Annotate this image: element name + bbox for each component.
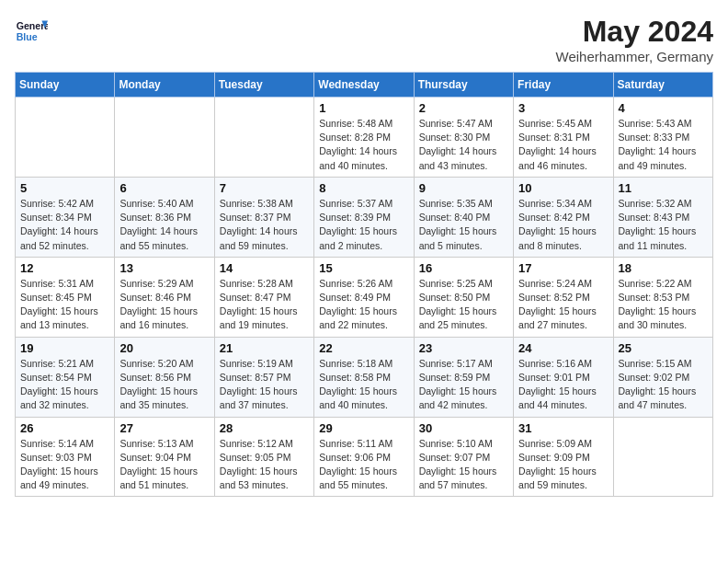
day-number: 14 bbox=[220, 261, 309, 275]
day-number: 4 bbox=[619, 101, 708, 115]
day-info: Sunrise: 5:24 AMSunset: 8:52 PMDaylight:… bbox=[518, 277, 608, 333]
day-number: 17 bbox=[518, 261, 608, 275]
calendar-cell: 10Sunrise: 5:34 AMSunset: 8:42 PMDayligh… bbox=[514, 177, 613, 257]
day-number: 27 bbox=[119, 421, 209, 435]
calendar-cell bbox=[16, 98, 115, 178]
day-number: 7 bbox=[220, 181, 309, 195]
day-info: Sunrise: 5:34 AMSunset: 8:42 PMDaylight:… bbox=[518, 197, 608, 253]
day-number: 5 bbox=[20, 181, 109, 195]
header-saturday: Saturday bbox=[613, 73, 712, 98]
day-info: Sunrise: 5:37 AMSunset: 8:39 PMDaylight:… bbox=[319, 197, 408, 253]
page-header: General Blue May 2024 Weiherhammer, Germ… bbox=[15, 15, 713, 64]
day-number: 3 bbox=[518, 101, 608, 115]
day-info: Sunrise: 5:48 AMSunset: 8:28 PMDaylight:… bbox=[319, 117, 408, 173]
month-title: May 2024 bbox=[556, 15, 713, 49]
day-number: 28 bbox=[220, 421, 309, 435]
day-number: 11 bbox=[619, 181, 708, 195]
day-number: 22 bbox=[319, 341, 408, 355]
day-info: Sunrise: 5:21 AMSunset: 8:54 PMDaylight:… bbox=[20, 357, 109, 413]
day-info: Sunrise: 5:11 AMSunset: 9:06 PMDaylight:… bbox=[319, 437, 408, 493]
day-info: Sunrise: 5:14 AMSunset: 9:03 PMDaylight:… bbox=[20, 437, 109, 493]
calendar-cell: 27Sunrise: 5:13 AMSunset: 9:04 PMDayligh… bbox=[115, 417, 214, 497]
calendar-week-2: 5Sunrise: 5:42 AMSunset: 8:34 PMDaylight… bbox=[16, 177, 713, 257]
header-tuesday: Tuesday bbox=[214, 73, 313, 98]
day-number: 30 bbox=[419, 421, 508, 435]
day-number: 31 bbox=[518, 421, 608, 435]
day-number: 25 bbox=[619, 341, 708, 355]
day-number: 20 bbox=[119, 341, 209, 355]
header-friday: Friday bbox=[514, 73, 613, 98]
logo: General Blue bbox=[15, 15, 48, 48]
calendar-cell: 22Sunrise: 5:18 AMSunset: 8:58 PMDayligh… bbox=[314, 337, 414, 417]
calendar-cell: 16Sunrise: 5:25 AMSunset: 8:50 PMDayligh… bbox=[414, 257, 513, 337]
calendar-cell: 17Sunrise: 5:24 AMSunset: 8:52 PMDayligh… bbox=[514, 257, 613, 337]
day-info: Sunrise: 5:10 AMSunset: 9:07 PMDaylight:… bbox=[419, 437, 508, 493]
calendar-cell: 29Sunrise: 5:11 AMSunset: 9:06 PMDayligh… bbox=[314, 417, 414, 497]
calendar-cell: 11Sunrise: 5:32 AMSunset: 8:43 PMDayligh… bbox=[613, 177, 712, 257]
calendar-week-5: 26Sunrise: 5:14 AMSunset: 9:03 PMDayligh… bbox=[16, 417, 713, 497]
day-info: Sunrise: 5:38 AMSunset: 8:37 PMDaylight:… bbox=[220, 197, 309, 253]
header-sunday: Sunday bbox=[16, 73, 115, 98]
title-block: May 2024 Weiherhammer, Germany bbox=[556, 15, 713, 64]
header-wednesday: Wednesday bbox=[314, 73, 414, 98]
day-number: 12 bbox=[20, 261, 109, 275]
calendar-table: SundayMondayTuesdayWednesdayThursdayFrid… bbox=[15, 72, 713, 497]
day-info: Sunrise: 5:20 AMSunset: 8:56 PMDaylight:… bbox=[119, 357, 209, 413]
calendar-cell: 18Sunrise: 5:22 AMSunset: 8:53 PMDayligh… bbox=[613, 257, 712, 337]
calendar-cell bbox=[214, 98, 313, 178]
calendar-cell: 5Sunrise: 5:42 AMSunset: 8:34 PMDaylight… bbox=[16, 177, 115, 257]
calendar-cell: 8Sunrise: 5:37 AMSunset: 8:39 PMDaylight… bbox=[314, 177, 414, 257]
calendar-cell: 25Sunrise: 5:15 AMSunset: 9:02 PMDayligh… bbox=[613, 337, 712, 417]
calendar-cell: 4Sunrise: 5:43 AMSunset: 8:33 PMDaylight… bbox=[613, 98, 712, 178]
calendar-cell: 23Sunrise: 5:17 AMSunset: 8:59 PMDayligh… bbox=[414, 337, 513, 417]
calendar-cell: 13Sunrise: 5:29 AMSunset: 8:46 PMDayligh… bbox=[115, 257, 214, 337]
day-info: Sunrise: 5:15 AMSunset: 9:02 PMDaylight:… bbox=[619, 357, 708, 413]
day-info: Sunrise: 5:35 AMSunset: 8:40 PMDaylight:… bbox=[419, 197, 508, 253]
day-number: 9 bbox=[419, 181, 508, 195]
day-info: Sunrise: 5:22 AMSunset: 8:53 PMDaylight:… bbox=[619, 277, 708, 333]
calendar-cell: 31Sunrise: 5:09 AMSunset: 9:09 PMDayligh… bbox=[514, 417, 613, 497]
calendar-cell: 12Sunrise: 5:31 AMSunset: 8:45 PMDayligh… bbox=[16, 257, 115, 337]
calendar-cell: 15Sunrise: 5:26 AMSunset: 8:49 PMDayligh… bbox=[314, 257, 414, 337]
day-info: Sunrise: 5:26 AMSunset: 8:49 PMDaylight:… bbox=[319, 277, 408, 333]
calendar-cell: 26Sunrise: 5:14 AMSunset: 9:03 PMDayligh… bbox=[16, 417, 115, 497]
calendar-cell: 21Sunrise: 5:19 AMSunset: 8:57 PMDayligh… bbox=[214, 337, 313, 417]
calendar-cell: 14Sunrise: 5:28 AMSunset: 8:47 PMDayligh… bbox=[214, 257, 313, 337]
day-info: Sunrise: 5:40 AMSunset: 8:36 PMDaylight:… bbox=[119, 197, 209, 253]
day-info: Sunrise: 5:42 AMSunset: 8:34 PMDaylight:… bbox=[20, 197, 109, 253]
day-number: 1 bbox=[319, 101, 408, 115]
day-number: 19 bbox=[20, 341, 109, 355]
day-number: 16 bbox=[419, 261, 508, 275]
calendar-cell: 19Sunrise: 5:21 AMSunset: 8:54 PMDayligh… bbox=[16, 337, 115, 417]
day-number: 8 bbox=[319, 181, 408, 195]
day-info: Sunrise: 5:12 AMSunset: 9:05 PMDaylight:… bbox=[220, 437, 309, 493]
day-number: 26 bbox=[20, 421, 109, 435]
day-info: Sunrise: 5:25 AMSunset: 8:50 PMDaylight:… bbox=[419, 277, 508, 333]
day-number: 2 bbox=[419, 101, 508, 115]
calendar-cell: 3Sunrise: 5:45 AMSunset: 8:31 PMDaylight… bbox=[514, 98, 613, 178]
calendar-week-1: 1Sunrise: 5:48 AMSunset: 8:28 PMDaylight… bbox=[16, 98, 713, 178]
calendar-cell: 28Sunrise: 5:12 AMSunset: 9:05 PMDayligh… bbox=[214, 417, 313, 497]
day-info: Sunrise: 5:09 AMSunset: 9:09 PMDaylight:… bbox=[518, 437, 608, 493]
day-info: Sunrise: 5:28 AMSunset: 8:47 PMDaylight:… bbox=[220, 277, 309, 333]
logo-icon: General Blue bbox=[15, 15, 48, 48]
day-info: Sunrise: 5:18 AMSunset: 8:58 PMDaylight:… bbox=[319, 357, 408, 413]
calendar-cell: 6Sunrise: 5:40 AMSunset: 8:36 PMDaylight… bbox=[115, 177, 214, 257]
day-number: 6 bbox=[119, 181, 209, 195]
calendar-cell: 9Sunrise: 5:35 AMSunset: 8:40 PMDaylight… bbox=[414, 177, 513, 257]
calendar-cell: 30Sunrise: 5:10 AMSunset: 9:07 PMDayligh… bbox=[414, 417, 513, 497]
day-number: 23 bbox=[419, 341, 508, 355]
day-number: 10 bbox=[518, 181, 608, 195]
day-info: Sunrise: 5:29 AMSunset: 8:46 PMDaylight:… bbox=[119, 277, 209, 333]
day-info: Sunrise: 5:31 AMSunset: 8:45 PMDaylight:… bbox=[20, 277, 109, 333]
calendar-cell bbox=[115, 98, 214, 178]
day-info: Sunrise: 5:45 AMSunset: 8:31 PMDaylight:… bbox=[518, 117, 608, 173]
calendar-cell: 20Sunrise: 5:20 AMSunset: 8:56 PMDayligh… bbox=[115, 337, 214, 417]
day-info: Sunrise: 5:47 AMSunset: 8:30 PMDaylight:… bbox=[419, 117, 508, 173]
day-number: 24 bbox=[518, 341, 608, 355]
calendar-header-row: SundayMondayTuesdayWednesdayThursdayFrid… bbox=[16, 73, 713, 98]
day-info: Sunrise: 5:43 AMSunset: 8:33 PMDaylight:… bbox=[619, 117, 708, 173]
day-info: Sunrise: 5:13 AMSunset: 9:04 PMDaylight:… bbox=[119, 437, 209, 493]
day-info: Sunrise: 5:32 AMSunset: 8:43 PMDaylight:… bbox=[619, 197, 708, 253]
calendar-cell: 2Sunrise: 5:47 AMSunset: 8:30 PMDaylight… bbox=[414, 98, 513, 178]
